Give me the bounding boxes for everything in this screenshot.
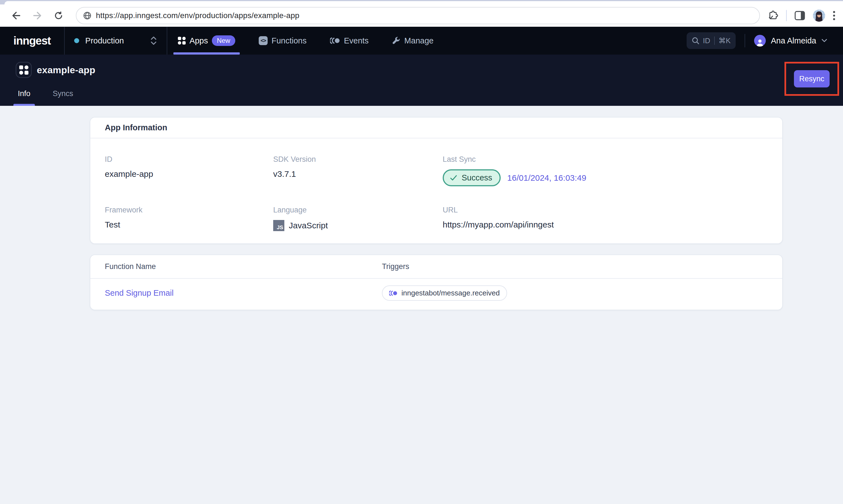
field-value: Test [105,220,273,230]
card-title: App Information [90,118,782,138]
app-grid-icon [16,62,32,78]
field-sdk-version: SDK Version v3.7.1 [273,155,443,186]
back-icon[interactable] [8,7,24,24]
browser-toolbar: https://app.inngest.com/env/production/a… [0,4,843,27]
column-function-name: Function Name [105,262,382,271]
field-framework: Framework Test [105,206,273,231]
header-tabs: Info Syncs [13,89,78,106]
code-icon: <> [259,36,268,45]
chrome-divider [786,10,787,21]
environment-dot-icon [74,38,79,43]
search-divider [714,36,715,45]
nav-item-apps[interactable]: Apps New [173,27,240,55]
side-panel-icon[interactable] [794,11,805,20]
page-title-row: example-app [0,55,843,78]
inngest-logo[interactable]: inngest [0,27,64,55]
search-label: ID [703,36,710,45]
reload-icon[interactable] [50,7,67,24]
field-label: URL [443,206,768,214]
last-sync-row: Success 16/01/2024, 16:03:49 [443,169,768,186]
tab-label: Info [18,89,30,98]
nav-item-label: Manage [404,36,433,46]
nav-item-events[interactable]: Events [326,27,373,55]
environment-selector[interactable]: Production [65,27,167,55]
search-shortcut: ⌘K [719,36,730,45]
active-tab-underline [173,52,240,55]
field-label: ID [105,155,273,164]
resync-button[interactable]: Resync [794,70,830,87]
navbar-right: ID ⌘K Ana Almeida [687,27,843,55]
nav-item-label: Functions [272,36,307,46]
kebab-menu-icon[interactable] [833,11,835,20]
field-id: ID example-app [105,155,273,186]
extensions-icon[interactable] [768,10,778,21]
events-icon [330,37,340,44]
function-link[interactable]: Send Signup Email [105,288,382,298]
wrench-icon [392,36,400,45]
functions-card: Function Name Triggers Send Signup Email… [90,254,783,310]
new-badge: New [212,35,235,46]
field-last-sync: Last Sync Success 16/01/2024, 16:03:49 [443,155,768,186]
field-label: Last Sync [443,155,768,164]
browser-tabstrip [0,0,843,4]
app-info-grid: ID example-app SDK Version v3.7.1 Last S… [90,138,782,244]
trigger-cell: inngestabot/message.received [382,285,768,301]
events-icon [389,290,397,296]
person-icon [754,35,766,47]
status-label: Success [462,173,492,182]
nav-item-manage[interactable]: Manage [388,27,438,55]
nav-item-functions[interactable]: <> Functions [254,27,311,55]
field-url: URL https://myapp.com/api/inngest [443,206,768,231]
annotation-highlight-box: Resync [785,62,839,96]
check-icon [450,175,457,181]
field-value: example-app [105,169,273,179]
tab-info[interactable]: Info [13,89,35,106]
search-icon [692,37,699,44]
search-button[interactable]: ID ⌘K [687,32,736,49]
nav-divider [167,27,167,55]
nav-divider [745,34,745,47]
nav-item-label: Apps [190,36,208,46]
browser-active-tab[interactable] [4,1,843,4]
url-bar[interactable]: https://app.inngest.com/env/production/a… [76,7,760,24]
account-menu[interactable]: Ana Almeida [754,35,827,47]
account-name: Ana Almeida [771,36,816,46]
main-content: App Information ID example-app SDK Versi… [0,106,843,310]
field-label: SDK Version [273,155,443,164]
last-sync-timestamp[interactable]: 16/01/2024, 16:03:49 [507,173,587,183]
updown-chevrons-icon [151,36,157,45]
app-information-card: App Information ID example-app SDK Versi… [90,117,783,244]
environment-label: Production [85,36,144,46]
tab-label: Syncs [53,89,73,98]
functions-table-header: Function Name Triggers [90,255,782,279]
field-label: Framework [105,206,273,214]
globe-icon [83,12,91,20]
field-language: Language JS JavaScript [273,206,443,231]
chevron-down-icon [821,39,827,42]
status-badge: Success [443,169,501,186]
browser-profile-avatar[interactable] [813,10,825,22]
language-name: JavaScript [289,221,328,230]
nav-items: Apps New <> Functions Events Manage [173,27,438,55]
grid-icon [178,37,186,44]
tab-active-underline [13,104,35,106]
nav-item-label: Events [344,36,369,46]
column-triggers: Triggers [382,262,768,271]
field-value: https://myapp.com/api/inngest [443,220,768,230]
field-value: JS JavaScript [273,220,443,231]
tab-syncs[interactable]: Syncs [48,89,78,106]
page-header: example-app Info Syncs Resync [0,55,843,106]
page-title: example-app [37,65,95,75]
trigger-badge: inngestabot/message.received [382,285,507,301]
browser-chrome: https://app.inngest.com/env/production/a… [0,0,843,27]
table-row: Send Signup Email inngestabot/message.re… [90,279,782,310]
inngest-navbar: inngest Production Apps New <> Functions… [0,27,843,55]
chrome-actions [768,10,835,22]
url-text[interactable]: https://app.inngest.com/env/production/a… [96,11,299,20]
app-root: https://app.inngest.com/env/production/a… [0,0,843,504]
field-label: Language [273,206,443,214]
forward-icon[interactable] [29,7,46,24]
javascript-icon: JS [273,220,285,231]
trigger-name: inngestabot/message.received [401,289,500,298]
field-value: v3.7.1 [273,169,443,179]
